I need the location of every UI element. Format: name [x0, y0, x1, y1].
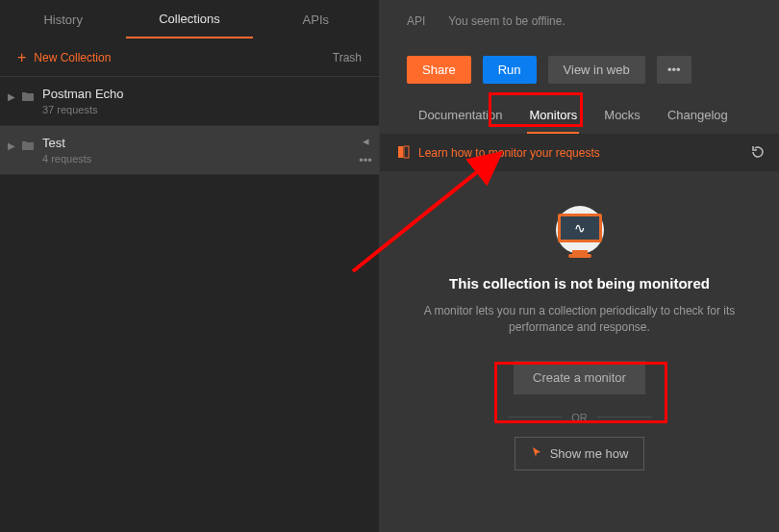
monitor-illustration: ∿ — [546, 200, 614, 258]
chevron-right-icon[interactable]: ▶ — [8, 140, 15, 151]
empty-desc: A monitor lets you run a collection peri… — [412, 303, 748, 336]
collection-item[interactable]: ▶ Test 4 requests ◂ ••• — [0, 126, 379, 175]
new-collection-button[interactable]: + New Collection — [17, 50, 111, 65]
book-icon — [397, 145, 411, 162]
chevron-right-icon[interactable]: ▶ — [8, 91, 15, 102]
svg-rect-0 — [398, 146, 403, 158]
collection-name: Postman Echo — [42, 87, 369, 101]
tab-apis[interactable]: APIs — [253, 0, 379, 38]
tab-history[interactable]: History — [0, 0, 126, 38]
offline-status: You seem to be offline. — [448, 14, 565, 28]
svg-rect-1 — [404, 146, 409, 158]
show-me-how-button[interactable]: Show me how — [515, 437, 645, 470]
share-button[interactable]: Share — [407, 56, 471, 84]
tab-mocks[interactable]: Mocks — [591, 97, 654, 133]
main-panel: API You seem to be offline. Share Run Vi… — [380, 0, 779, 532]
collapse-icon[interactable]: ◂ — [358, 134, 373, 147]
collection-name: Test — [42, 136, 369, 150]
header: API You seem to be offline. — [380, 0, 779, 42]
notice-text: Learn how to monitor your requests — [418, 146, 600, 160]
new-collection-row: + New Collection Trash — [0, 38, 379, 77]
more-icon[interactable]: ••• — [358, 153, 373, 166]
plus-icon: + — [17, 50, 26, 65]
tab-changelog[interactable]: Changelog — [654, 97, 741, 133]
reload-icon[interactable] — [750, 144, 766, 163]
tab-monitors[interactable]: Monitors — [515, 97, 591, 133]
show-me-how-label: Show me how — [550, 446, 629, 461]
empty-title: This collection is not being monitored — [449, 275, 710, 291]
folder-icon — [21, 90, 35, 105]
empty-state: ∿ This collection is not being monitored… — [380, 171, 779, 532]
api-label: API — [407, 14, 425, 28]
run-button[interactable]: Run — [483, 56, 537, 84]
new-collection-label: New Collection — [34, 51, 111, 64]
action-row: Share Run View in web ••• — [380, 42, 779, 96]
pointer-icon — [531, 446, 542, 461]
sidebar-tabs: History Collections APIs — [0, 0, 379, 38]
detail-tabs: Documentation Monitors Mocks Changelog — [380, 96, 779, 135]
more-actions-button[interactable]: ••• — [657, 56, 691, 84]
tab-documentation[interactable]: Documentation — [405, 97, 515, 133]
trash-button[interactable]: Trash — [333, 51, 362, 64]
or-text: OR — [562, 412, 597, 423]
folder-icon — [21, 139, 35, 154]
or-divider: OR — [508, 412, 652, 423]
tab-collections[interactable]: Collections — [126, 0, 252, 38]
collection-item[interactable]: ▶ Postman Echo 37 requests — [0, 77, 379, 126]
view-in-web-button[interactable]: View in web — [548, 56, 645, 84]
collection-requests: 37 requests — [42, 104, 369, 115]
notice-banner[interactable]: Learn how to monitor your requests — [380, 135, 779, 171]
sidebar: History Collections APIs + New Collectio… — [0, 0, 380, 532]
create-monitor-button[interactable]: Create a monitor — [514, 361, 645, 394]
collection-requests: 4 requests — [42, 153, 369, 165]
